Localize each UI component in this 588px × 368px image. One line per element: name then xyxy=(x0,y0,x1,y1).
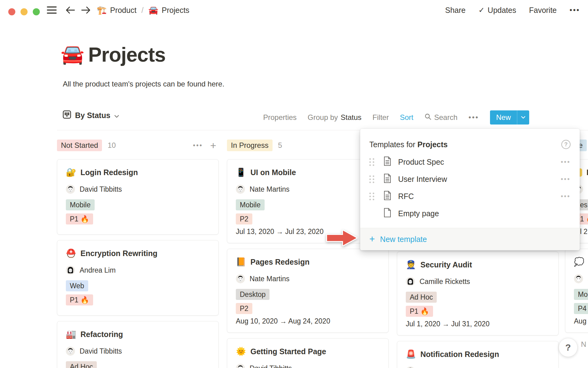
page-icon[interactable]: 🚘 xyxy=(61,45,84,64)
drag-handle-icon[interactable] xyxy=(369,158,375,166)
view-toolbar: By Status Properties Group by Status Fil… xyxy=(0,108,588,125)
card-assignee: Nate Martins xyxy=(236,274,380,283)
breadcrumb-product-label: Product xyxy=(110,6,136,15)
search-icon xyxy=(424,113,432,122)
project-card-pages-redesign[interactable]: 📙 Pages Redesign Nate Martins Desktop P2… xyxy=(227,249,389,333)
updates-label: Updates xyxy=(488,6,516,15)
priority-tag-fragment: P4 xyxy=(574,303,588,314)
breadcrumb-product[interactable]: 🏗️ Product xyxy=(97,6,137,15)
card-title: 🌞 Getting Started Page xyxy=(236,346,380,357)
template-more-icon[interactable]: ••• xyxy=(561,192,571,200)
platform-tag-fragment: Mob xyxy=(574,289,588,300)
project-card-getting-started-page[interactable]: 🌞 Getting Started Page David Tibbitts xyxy=(227,338,389,368)
drag-handle-icon[interactable] xyxy=(369,175,375,183)
favorite-button[interactable]: Favorite xyxy=(529,6,556,15)
board-view-icon xyxy=(63,110,71,121)
minimize-window-button[interactable] xyxy=(21,8,28,15)
search-button[interactable]: Search xyxy=(424,113,458,122)
template-item-empty-page[interactable]: Empty page xyxy=(360,205,580,222)
view-selector[interactable]: By Status xyxy=(63,110,119,121)
blank-page-icon xyxy=(383,208,391,219)
document-icon xyxy=(383,191,391,202)
platform-tag: Web xyxy=(66,280,88,291)
card-emoji: 🔐 xyxy=(66,167,76,177)
breadcrumb-projects[interactable]: 🚘 Projects xyxy=(149,6,190,15)
window-titlebar: 🏗️ Product / 🚘 Projects Share ✓ Updates … xyxy=(0,0,588,20)
card-date-fragment: Aug 3 xyxy=(574,317,588,326)
platform-tag: Ad Hoc xyxy=(406,292,437,303)
card-assignee: Nate Martins xyxy=(236,185,380,194)
priority-tag: P2 xyxy=(236,213,252,224)
breadcrumb: 🏗️ Product / 🚘 Projects xyxy=(97,0,189,20)
card-emoji: 📙 xyxy=(236,257,246,267)
template-item-rfc[interactable]: RFC ••• xyxy=(360,188,580,205)
project-card-security-audit[interactable]: 👮 Security Audit Camille Ricketts Ad Hoc… xyxy=(397,251,559,335)
page-description[interactable]: All the product team's projects can be f… xyxy=(63,80,224,88)
card-assignee: Andrea Lim xyxy=(406,366,550,368)
toolbar-more-icon[interactable]: ••• xyxy=(469,113,479,122)
properties-button[interactable]: Properties xyxy=(263,113,296,122)
more-options-icon[interactable]: ••• xyxy=(570,6,580,14)
project-card-encryption-rewriting[interactable]: ⛑️ Encryption Rewriting Andrea Lim Web P… xyxy=(57,240,219,316)
red-annotation-arrow xyxy=(326,228,358,249)
page-title[interactable]: Projects xyxy=(88,43,165,66)
avatar xyxy=(574,274,583,283)
template-item-user-interview[interactable]: User Interview ••• xyxy=(360,171,580,188)
card-title: 🔐 Login Redesign xyxy=(66,167,210,178)
product-page-emoji: 🏗️ xyxy=(97,6,107,15)
back-arrow-icon[interactable] xyxy=(65,5,76,16)
forward-arrow-icon[interactable] xyxy=(81,5,91,16)
plus-icon: + xyxy=(369,234,375,245)
document-icon xyxy=(383,156,391,168)
close-window-button[interactable] xyxy=(8,8,15,15)
template-more-icon[interactable]: ••• xyxy=(561,158,571,166)
avatar xyxy=(66,266,75,275)
platform-tag: Mobile xyxy=(66,199,95,210)
card-assignee: David Tibbitts xyxy=(66,185,210,194)
templates-help-icon[interactable]: ? xyxy=(561,140,571,149)
new-template-button[interactable]: + New template xyxy=(360,228,580,250)
template-item-product-spec[interactable]: Product Spec ••• xyxy=(360,153,580,171)
card-assignee: Camille Ricketts xyxy=(406,277,550,286)
column-more-icon[interactable]: ••• xyxy=(193,141,203,149)
project-card-login-redesign[interactable]: 🔐 Login Redesign David Tibbitts Mobile P… xyxy=(57,159,219,235)
projects-page-emoji: 🚘 xyxy=(149,6,158,15)
check-icon: ✓ xyxy=(478,6,484,14)
new-template-label: New template xyxy=(380,235,427,244)
column-badge-in-progress[interactable]: In Progress xyxy=(227,140,273,151)
templates-title-database: Projects xyxy=(417,140,448,149)
priority-tag: P2 xyxy=(236,303,252,314)
group-by-button[interactable]: Group by Status xyxy=(308,113,362,122)
avatar xyxy=(66,347,75,356)
card-title: 👮 Security Audit xyxy=(406,259,550,270)
card-assignee: Andrea Lim xyxy=(66,266,210,275)
template-more-icon[interactable]: ••• xyxy=(561,175,571,183)
sort-button[interactable]: Sort xyxy=(400,113,413,122)
share-button[interactable]: Share xyxy=(445,6,466,15)
platform-tag: Mobile xyxy=(236,199,265,210)
new-button-label[interactable]: New xyxy=(490,110,517,125)
card-emoji: 🏭 xyxy=(66,329,76,339)
zoom-window-button[interactable] xyxy=(33,8,40,15)
column-add-icon[interactable]: + xyxy=(210,140,216,151)
card-emoji: 🌞 xyxy=(236,347,246,356)
project-card-notification-redesign[interactable]: 🚨 Notification Redesign Andrea Lim xyxy=(397,341,559,368)
sidebar-menu-icon[interactable] xyxy=(47,6,57,14)
group-by-label: Group by xyxy=(308,113,338,122)
new-button-chevron[interactable] xyxy=(517,110,529,125)
project-card-refactoring[interactable]: 🏭 Refactoring David Tibbitts Ad Hoc P1 🔥 xyxy=(57,321,219,368)
drag-handle-icon[interactable] xyxy=(369,193,375,200)
column-badge-not-started[interactable]: Not Started xyxy=(57,140,102,151)
card-emoji: 📱 xyxy=(236,167,246,177)
avatar xyxy=(236,274,245,283)
help-button[interactable]: ? xyxy=(559,338,578,357)
document-icon xyxy=(383,174,391,185)
updates-button[interactable]: ✓ Updates xyxy=(478,6,516,15)
card-date-range: Jul 1, 2020 → Jul 31, 2020 xyxy=(406,320,550,328)
priority-tag: P1 🔥 xyxy=(66,294,93,305)
card-title: 🏭 Refactoring xyxy=(66,329,210,340)
filter-button[interactable]: Filter xyxy=(372,113,389,122)
card-emoji: 🚨 xyxy=(406,349,416,359)
project-card-clipped-2[interactable]: 💭 C S Mob P4 Aug 3 xyxy=(565,249,588,333)
new-button[interactable]: New xyxy=(490,110,529,125)
